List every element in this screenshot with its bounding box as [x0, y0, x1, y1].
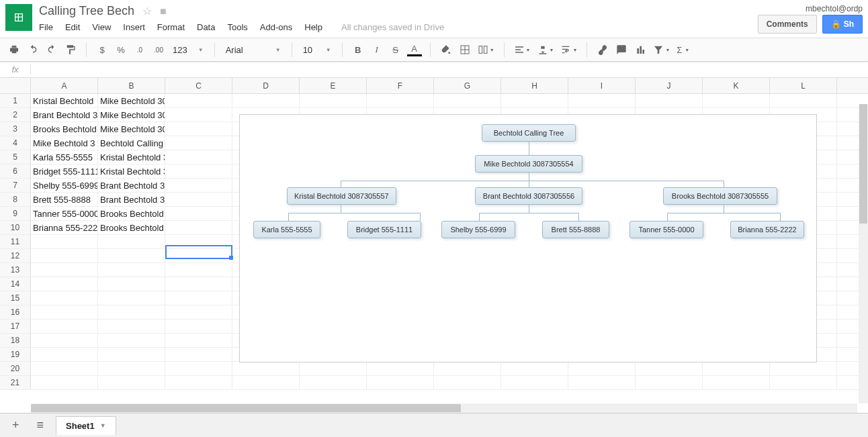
row-header[interactable]: 13: [0, 263, 31, 277]
menu-file[interactable]: File: [39, 22, 53, 32]
row-header[interactable]: 18: [0, 334, 31, 347]
cell[interactable]: [165, 108, 232, 122]
menu-view[interactable]: View: [92, 22, 111, 32]
insert-comment-button[interactable]: [614, 42, 629, 58]
col-header[interactable]: F: [367, 78, 434, 93]
cell[interactable]: [165, 362, 232, 375]
cell[interactable]: Kristal Bechtold 3087305557: [98, 164, 165, 178]
font-size-select[interactable]: 10▼: [300, 45, 334, 55]
cell[interactable]: Mike Bechtold 3: [31, 136, 98, 150]
col-header[interactable]: G: [434, 78, 501, 93]
cell[interactable]: [636, 376, 703, 389]
cell[interactable]: [501, 94, 568, 107]
row-header[interactable]: 12: [0, 249, 31, 262]
cell[interactable]: [165, 334, 232, 347]
cell[interactable]: Brooks Bechtold 3087305555: [98, 221, 165, 234]
cell[interactable]: [165, 122, 232, 136]
row-header[interactable]: 20: [0, 362, 31, 375]
menu-format[interactable]: Format: [157, 22, 185, 32]
col-header[interactable]: K: [703, 78, 770, 93]
cell[interactable]: [232, 94, 300, 107]
document-title[interactable]: Calling Tree Bech: [39, 4, 134, 18]
cell[interactable]: [165, 235, 232, 248]
cell[interactable]: [31, 277, 98, 291]
cell[interactable]: [770, 362, 837, 375]
col-header[interactable]: L: [770, 78, 837, 93]
borders-button[interactable]: [458, 42, 472, 58]
row-header[interactable]: 15: [0, 291, 31, 305]
cell[interactable]: Mike Bechtold 3087305554: [98, 122, 165, 136]
cell[interactable]: [31, 235, 98, 248]
cell[interactable]: [165, 221, 232, 234]
bold-button[interactable]: B: [351, 42, 365, 58]
paint-format-icon[interactable]: [63, 42, 78, 58]
col-header[interactable]: J: [636, 78, 703, 93]
cell[interactable]: [165, 305, 232, 319]
v-align-button[interactable]: ▼: [536, 42, 556, 58]
redo-icon[interactable]: [44, 42, 59, 58]
row-header[interactable]: 9: [0, 207, 31, 220]
cell[interactable]: Brant Bechtold 3087305556: [98, 193, 165, 206]
col-header[interactable]: H: [501, 78, 568, 93]
row-header[interactable]: 17: [0, 320, 31, 333]
cell[interactable]: Karla 555-5555: [31, 150, 98, 164]
row-header[interactable]: 11: [0, 235, 31, 248]
cell[interactable]: [98, 320, 165, 333]
cell[interactable]: [165, 136, 232, 150]
row-header[interactable]: 7: [0, 179, 31, 192]
functions-button[interactable]: Σ▼: [675, 42, 691, 58]
row-header[interactable]: 10: [0, 221, 31, 234]
cell[interactable]: [367, 94, 434, 107]
row-header[interactable]: 6: [0, 164, 31, 178]
col-header[interactable]: I: [568, 78, 636, 93]
cell[interactable]: [165, 164, 232, 178]
undo-icon[interactable]: [26, 42, 40, 58]
cell[interactable]: [31, 249, 98, 262]
row-header[interactable]: 5: [0, 150, 31, 164]
cell[interactable]: [165, 263, 232, 277]
cell[interactable]: [165, 179, 232, 192]
text-color-button[interactable]: A: [407, 43, 422, 56]
cell[interactable]: [703, 362, 770, 375]
menu-tools[interactable]: Tools: [227, 22, 247, 32]
cell[interactable]: [165, 277, 232, 291]
cell[interactable]: [300, 94, 367, 107]
cell[interactable]: [770, 376, 837, 389]
decrease-decimal-button[interactable]: .0: [132, 42, 147, 58]
cell[interactable]: Shelby 555-6999: [31, 179, 98, 192]
share-button[interactable]: 🔒 Sh: [822, 15, 863, 34]
menu-data[interactable]: Data: [197, 22, 215, 32]
insert-link-button[interactable]: [595, 42, 610, 58]
cell[interactable]: Brant Bechtold 3087305556: [98, 179, 165, 192]
cell[interactable]: [434, 376, 501, 389]
cell[interactable]: [98, 376, 165, 389]
cell[interactable]: Brianna 555-222: [31, 221, 98, 234]
filter-button[interactable]: ▼: [652, 42, 671, 58]
cell[interactable]: [232, 362, 300, 375]
cell[interactable]: [636, 362, 703, 375]
cell[interactable]: [367, 376, 434, 389]
strike-button[interactable]: S: [388, 42, 403, 58]
row-header[interactable]: 2: [0, 108, 31, 122]
star-icon[interactable]: ☆: [142, 5, 152, 17]
percent-button[interactable]: %: [114, 42, 128, 58]
cell[interactable]: [31, 376, 98, 389]
menu-addons[interactable]: Add-ons: [260, 22, 292, 32]
h-scrollbar[interactable]: [31, 403, 857, 413]
cell[interactable]: Brooks Bechtold: [31, 122, 98, 136]
cell[interactable]: [703, 94, 770, 107]
cell[interactable]: [636, 94, 703, 107]
menu-help[interactable]: Help: [304, 22, 322, 32]
cell[interactable]: [300, 376, 367, 389]
h-align-button[interactable]: ▼: [513, 42, 532, 58]
cell[interactable]: [98, 305, 165, 319]
row-header[interactable]: 1: [0, 94, 31, 107]
row-header[interactable]: 19: [0, 348, 31, 361]
col-header[interactable]: D: [232, 78, 300, 93]
cell[interactable]: [165, 249, 232, 262]
cell[interactable]: Brooks Bechtold 3087305555: [98, 207, 165, 220]
user-email[interactable]: mbechtol@ordp: [758, 4, 863, 13]
select-all-corner[interactable]: [0, 78, 31, 93]
sheets-logo[interactable]: [5, 4, 32, 31]
cell[interactable]: Bridget 555-1111: [31, 164, 98, 178]
